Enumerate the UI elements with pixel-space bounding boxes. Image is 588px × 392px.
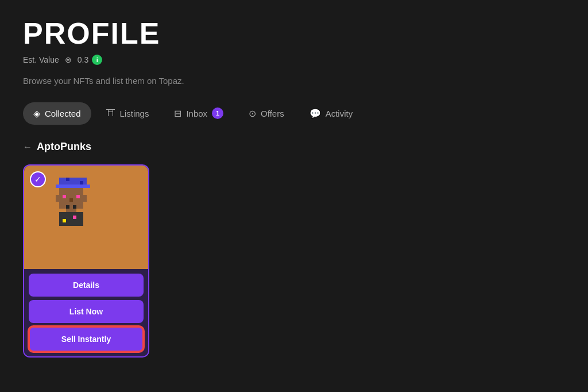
tab-activity[interactable]: 💬 Activity (299, 102, 363, 125)
listings-icon: ⛩ (106, 108, 115, 118)
list-now-button[interactable]: List Now (29, 300, 144, 323)
tabs-row: ◈ Collected ⛩ Listings ⊟ Inbox 1 ⊙ Offer… (23, 102, 565, 125)
details-button[interactable]: Details (29, 274, 144, 297)
tab-offers[interactable]: ⊙ Offers (238, 102, 295, 125)
tab-listings-label: Listings (120, 109, 149, 118)
est-value-amount: 0.3 (78, 55, 88, 64)
collection-name: AptoPunks (37, 141, 91, 153)
tab-offers-label: Offers (261, 109, 284, 118)
nft-action-buttons: Details List Now Sell Instantly (24, 269, 148, 356)
est-value-label: Est. Value (23, 55, 59, 64)
info-icon[interactable]: i (92, 55, 102, 65)
page-title: PROFILE (23, 18, 565, 48)
nft-card: ✓ Details List Now Sell Instantly (23, 164, 149, 358)
sell-instantly-button[interactable]: Sell Instantly (29, 326, 144, 352)
collection-back-nav[interactable]: ← AptoPunks (23, 141, 565, 153)
tab-activity-label: Activity (326, 109, 353, 118)
tab-listings[interactable]: ⛩ Listings (96, 102, 160, 124)
tab-inbox-label: Inbox (186, 109, 207, 118)
inbox-badge: 1 (212, 107, 223, 119)
tab-collected[interactable]: ◈ Collected (23, 102, 91, 125)
activity-icon: 💬 (310, 108, 321, 119)
inbox-icon: ⊟ (174, 108, 181, 119)
tab-inbox[interactable]: ⊟ Inbox 1 (164, 102, 234, 125)
offers-icon: ⊙ (249, 108, 256, 119)
back-arrow-icon: ← (23, 142, 32, 152)
est-value-row: Est. Value ⊜ 0.3 i (23, 54, 565, 66)
eth-icon: ⊜ (63, 54, 74, 66)
diamond-icon: ◈ (33, 108, 40, 119)
browse-description: Browse your NFTs and list them on Topaz. (23, 76, 565, 86)
selected-check-icon: ✓ (30, 171, 46, 187)
nft-pixel-art (49, 174, 123, 260)
tab-collected-label: Collected (45, 109, 81, 118)
nft-image-container: ✓ (24, 166, 148, 269)
